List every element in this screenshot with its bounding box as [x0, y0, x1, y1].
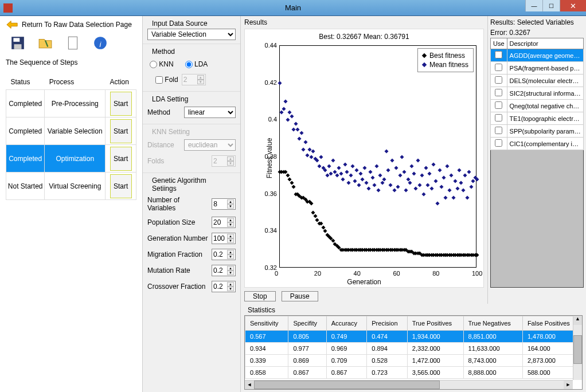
- stop-button[interactable]: Stop: [244, 291, 276, 301]
- stats-cell: 3,565.000: [407, 367, 463, 379]
- col-status: Status: [6, 75, 45, 90]
- chart-title: Best: 0.32667 Mean: 0.36791: [245, 29, 483, 41]
- variable-row[interactable]: SIC2(structural informatio...: [491, 87, 584, 100]
- lda-method-dropdown[interactable]: linear: [184, 107, 236, 118]
- open-folder-icon[interactable]: [37, 34, 54, 52]
- use-checkbox[interactable]: [495, 114, 502, 121]
- data-point: [341, 177, 345, 181]
- ga-param-spin[interactable]: 100▲▼: [212, 233, 236, 244]
- stats-cell: 0.858: [245, 367, 288, 379]
- back-arrow-icon[interactable]: [6, 19, 18, 30]
- knn-folds-spin: 2▲▼: [212, 155, 236, 167]
- ga-param-spin[interactable]: 0.2▲▼: [212, 249, 236, 260]
- variable-row[interactable]: PSA(fragment-based pol...: [491, 62, 584, 75]
- data-point: [455, 186, 459, 190]
- data-point: [442, 175, 446, 179]
- use-checkbox[interactable]: [495, 127, 502, 134]
- stats-col[interactable]: Sensitivity: [245, 316, 288, 331]
- return-link[interactable]: Return To Raw Data Selection Page: [22, 21, 132, 29]
- step-process: Variable Selection: [45, 117, 106, 145]
- close-button[interactable]: ✕: [560, 0, 586, 11]
- lda-method-label: Method: [147, 108, 170, 116]
- pause-button[interactable]: Pause: [282, 291, 318, 301]
- data-point: [302, 148, 306, 152]
- stats-vscroll[interactable]: ▲: [573, 316, 582, 380]
- stats-row[interactable]: 0.5670.8050.7490.4741,934.0008,851.0001,…: [245, 331, 582, 343]
- fitness-chart: Best: 0.32667 Mean: 0.36791 Fitness valu…: [244, 29, 484, 288]
- step-row[interactable]: Completed Optimization Start: [6, 145, 136, 173]
- stats-row[interactable]: 0.8580.8670.8670.7233,565.0008,888.00058…: [245, 367, 582, 379]
- data-point: [463, 174, 467, 178]
- data-point: [454, 179, 458, 183]
- step-row[interactable]: Completed Pre-Processing Start: [6, 90, 136, 117]
- variable-row[interactable]: SPP(subpolarity parameter): [491, 125, 584, 138]
- stats-table: SensitivitySpecifityAccuracyPrecisionTru…: [245, 316, 582, 379]
- start-button[interactable]: Start: [110, 92, 132, 116]
- data-point: [327, 164, 331, 168]
- ga-param-spin[interactable]: 0.2▲▼: [212, 281, 236, 292]
- save-icon[interactable]: [9, 34, 26, 52]
- radio-knn[interactable]: KNN: [150, 60, 174, 68]
- use-checkbox[interactable]: [495, 139, 502, 147]
- fold-checkbox[interactable]: Fold: [155, 76, 178, 84]
- data-point: [351, 164, 355, 168]
- use-checkbox[interactable]: [495, 51, 502, 58]
- variable-row[interactable]: AGDD(average geometri...: [491, 49, 584, 62]
- data-point: [457, 168, 461, 172]
- use-checkbox[interactable]: [495, 101, 502, 109]
- data-point: [298, 136, 302, 140]
- knn-distance-dropdown: euclidean: [184, 139, 236, 151]
- start-button[interactable]: Start: [110, 147, 132, 171]
- step-row[interactable]: Not Started Virtual Screening Start: [6, 173, 136, 200]
- stats-hscroll[interactable]: ◄►: [245, 380, 573, 389]
- minimize-button[interactable]: —: [525, 0, 542, 11]
- stats-cell: 0.528: [367, 355, 408, 367]
- chart-legend: Best fitness Mean fitness: [417, 48, 474, 72]
- stats-col[interactable]: True Negatives: [463, 316, 522, 331]
- knn-folds-label: Folds: [147, 157, 164, 165]
- input-source-dropdown[interactable]: Variable Selection: [147, 29, 236, 40]
- start-button[interactable]: Start: [110, 119, 132, 143]
- data-point: [311, 150, 315, 154]
- ga-param-spin[interactable]: 0.2▲▼: [212, 265, 236, 276]
- step-row[interactable]: Completed Variable Selection Start: [6, 117, 136, 145]
- variable-row[interactable]: DELS(molecular electrot...: [491, 75, 584, 87]
- stats-col[interactable]: Specifity: [288, 316, 326, 331]
- variable-row[interactable]: CIC1(complementary info...: [491, 138, 584, 150]
- ga-param-spin[interactable]: 8▲▼: [212, 198, 236, 210]
- use-checkbox[interactable]: [495, 89, 502, 96]
- info-icon[interactable]: i: [92, 34, 109, 52]
- variable-row[interactable]: TE1(topographic electro...: [491, 112, 584, 125]
- data-point: [292, 185, 296, 189]
- data-point: [349, 174, 353, 178]
- start-button[interactable]: Start: [110, 174, 132, 198]
- stats-cell: 0.723: [367, 367, 408, 379]
- app-icon: [3, 3, 13, 13]
- stats-cell: 0.867: [288, 367, 326, 379]
- document-icon[interactable]: [64, 34, 81, 52]
- data-point: [404, 189, 408, 193]
- data-point: [347, 181, 351, 185]
- sequence-header: The Sequence of Steps: [6, 58, 136, 66]
- stats-col[interactable]: Precision: [367, 316, 408, 331]
- stats-row[interactable]: 0.9340.9770.9690.8942,332.00011,633.0001…: [245, 343, 582, 355]
- data-point: [451, 196, 455, 200]
- data-point: [388, 183, 392, 187]
- use-checkbox[interactable]: [495, 64, 502, 71]
- radio-lda[interactable]: LDA: [185, 60, 208, 68]
- xtick: 80: [432, 270, 439, 277]
- stats-col[interactable]: True Positives: [407, 316, 463, 331]
- ga-param-spin[interactable]: 20▲▼: [212, 217, 236, 228]
- ga-param-label: Migration Fraction: [147, 250, 202, 258]
- variable-row[interactable]: Qneg(total negative char...: [491, 100, 584, 112]
- stats-row[interactable]: 0.3390.8690.7090.5281,472.0008,743.0002,…: [245, 355, 582, 367]
- stats-cell: 0.867: [326, 367, 367, 379]
- data-point: [400, 155, 404, 159]
- stats-col[interactable]: Accuracy: [326, 316, 367, 331]
- use-checkbox[interactable]: [495, 76, 502, 84]
- data-point: [337, 166, 341, 170]
- data-point: [362, 166, 366, 170]
- maximize-button[interactable]: ☐: [542, 0, 560, 11]
- ga-param-label: Generation Number: [147, 234, 208, 242]
- ytick: 0.44: [265, 42, 277, 49]
